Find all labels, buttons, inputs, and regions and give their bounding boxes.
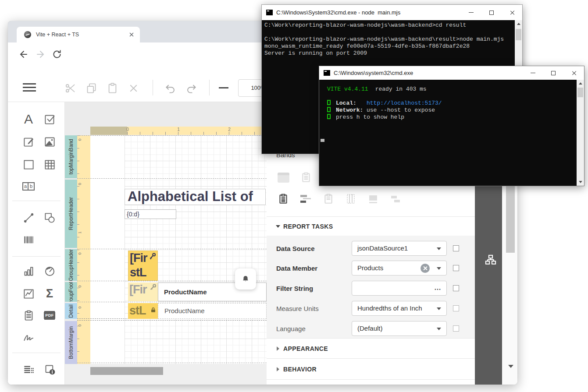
band-button-detail-icon[interactable] <box>321 191 336 206</box>
report-explorer-icon[interactable] <box>485 254 497 266</box>
band-button-group-icon[interactable] <box>298 191 313 206</box>
group-field-ghost-top[interactable]: [Fir <box>128 283 158 301</box>
terminal-scrollbar-thumb[interactable] <box>577 88 583 97</box>
band-button-margin-icon[interactable] <box>276 170 291 185</box>
band-detail[interactable]: Detail <box>65 303 77 319</box>
language-select[interactable]: (Default) <box>352 321 447 336</box>
richtext-tool-icon[interactable] <box>21 134 36 149</box>
chevron-down-icon[interactable] <box>437 267 441 270</box>
signature-tool-icon[interactable] <box>21 330 36 345</box>
chevron-down-icon[interactable] <box>437 307 441 310</box>
toolbar-separator <box>153 80 153 95</box>
cut-button[interactable] <box>63 81 78 95</box>
page-scrollbar-thumb[interactable] <box>506 185 515 253</box>
band-separator[interactable] <box>77 178 267 179</box>
undo-button[interactable] <box>163 81 178 95</box>
picture-tool-icon[interactable] <box>42 134 57 149</box>
group-field-ghost-bottom[interactable]: stL <box>128 303 158 319</box>
pdf-content-tool-icon[interactable]: PDF <box>42 308 57 323</box>
horizontal-scrollbar-thumb[interactable] <box>90 367 163 375</box>
date-field-label[interactable]: {0:d} <box>125 209 176 219</box>
clear-value-icon[interactable] <box>421 264 430 273</box>
subreport-tool-icon[interactable] <box>21 308 36 323</box>
redo-button[interactable] <box>184 81 199 95</box>
ruler-number: 1 <box>78 231 82 233</box>
panel-divider <box>267 216 475 217</box>
terminal-titlebar[interactable]: C:\Windows\system32\cmd.exe <box>319 66 584 80</box>
terminal-scrollbar-thumb[interactable] <box>516 29 521 40</box>
data-member-checkbox[interactable] <box>453 265 459 271</box>
menu-button[interactable] <box>23 83 36 94</box>
line-tool-icon[interactable] <box>21 210 36 225</box>
minimize-button[interactable] <box>461 5 481 20</box>
filter-string-input[interactable]: … <box>352 281 447 296</box>
scroll-up-icon[interactable] <box>579 82 582 85</box>
reload-icon[interactable] <box>52 49 62 60</box>
band-separator[interactable] <box>77 249 267 249</box>
data-source-select[interactable]: jsonDataSource1 <box>352 241 447 256</box>
zoom-out-icon[interactable] <box>219 87 228 88</box>
tab-close-icon[interactable] <box>128 32 135 38</box>
panel-tool-icon[interactable] <box>21 157 36 172</box>
band-button-clipboard-icon[interactable] <box>299 170 314 185</box>
forward-icon[interactable] <box>35 49 46 60</box>
table-tool-icon[interactable] <box>42 157 57 172</box>
band-button-page-footer-icon[interactable] <box>366 191 381 206</box>
filter-string-checkbox[interactable] <box>453 285 459 291</box>
notification-bell-button[interactable] <box>235 268 256 290</box>
terminal-titlebar[interactable]: C:\Windows\System32\cmd.exe - node main.… <box>262 5 522 20</box>
band-button-sub-band-icon[interactable] <box>388 191 403 206</box>
report-tasks-section-header[interactable]: REPORT TASKS <box>283 223 333 230</box>
chart-tool-icon[interactable] <box>21 264 36 279</box>
data-source-checkbox[interactable] <box>453 245 459 251</box>
chevron-down-icon[interactable] <box>437 328 441 330</box>
table-of-contents-tool-icon[interactable] <box>21 362 36 377</box>
chevron-down-icon[interactable] <box>437 247 441 250</box>
report-title-label[interactable]: Alphabetical List of <box>125 189 266 205</box>
band-bottom-margin[interactable]: BottomMargin <box>65 321 77 364</box>
ellipsis-button[interactable]: … <box>434 281 441 294</box>
terminal-scrollbar[interactable] <box>577 80 584 186</box>
delete-button[interactable] <box>126 81 141 95</box>
band-group-footer[interactable]: GroupFooter <box>65 282 77 302</box>
behavior-section-header[interactable]: BEHAVIOR <box>283 366 317 373</box>
band-separator[interactable] <box>77 302 267 302</box>
group-field-header[interactable]: [Fir stL <box>128 251 158 281</box>
product-name-detail-label[interactable]: ProductName <box>158 303 267 319</box>
collapse-icon[interactable] <box>276 225 280 228</box>
measure-units-select[interactable]: Hundredths of an Inch <box>352 301 447 316</box>
back-icon[interactable] <box>18 49 29 60</box>
browser-tab[interactable]: Vite + React + TS <box>17 27 140 42</box>
maximize-button[interactable] <box>543 66 563 80</box>
page-info-tool-icon[interactable] <box>42 362 57 377</box>
appearance-section-header[interactable]: APPEARANCE <box>283 345 328 352</box>
data-member-select[interactable]: Products <box>352 261 447 275</box>
cmd-icon <box>266 10 273 15</box>
shape-tool-icon[interactable] <box>42 210 57 225</box>
copy-button[interactable] <box>84 81 99 95</box>
maximize-button[interactable] <box>481 5 502 20</box>
band-group-header[interactable]: GroupHeader <box>65 249 77 281</box>
band-button-vertical-icon[interactable] <box>343 191 358 206</box>
band-button-report-header-icon[interactable] <box>276 191 291 206</box>
character-comb-tool-icon[interactable]: ab <box>21 179 36 194</box>
scroll-down-icon[interactable] <box>508 365 513 368</box>
expand-icon[interactable] <box>277 367 279 371</box>
sparkline-tool-icon[interactable] <box>21 286 36 301</box>
minimize-button[interactable] <box>523 66 543 80</box>
language-checkbox[interactable] <box>453 325 459 332</box>
close-button[interactable] <box>564 66 584 80</box>
gauge-tool-icon[interactable] <box>42 264 57 279</box>
scroll-up-icon[interactable] <box>517 23 520 25</box>
scroll-down-icon[interactable] <box>579 181 582 183</box>
label-tool-icon[interactable]: A <box>21 112 36 127</box>
checkbox-tool-icon[interactable] <box>42 112 57 127</box>
band-report-header[interactable]: ReportHeader <box>65 180 77 248</box>
close-button[interactable] <box>502 5 522 20</box>
measure-units-checkbox[interactable] <box>453 305 459 311</box>
summary-tool-icon[interactable]: Σ <box>42 286 57 301</box>
expand-icon[interactable] <box>277 346 279 351</box>
band-top-margin[interactable]: topMarginBand <box>65 135 77 178</box>
paste-button[interactable] <box>105 81 120 95</box>
barcode-tool-icon[interactable] <box>21 232 36 247</box>
